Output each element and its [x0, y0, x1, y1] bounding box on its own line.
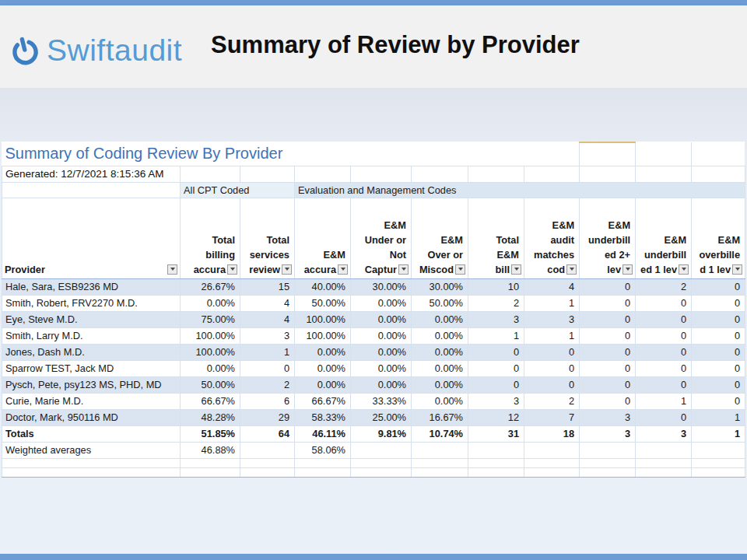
column-header-em-over-or-miscoded: E&MOver orMiscod [412, 198, 468, 278]
filter-dropdown-button[interactable] [622, 264, 633, 275]
column-label: Total [243, 233, 292, 247]
filter-dropdown-button[interactable] [732, 264, 742, 275]
table-cell: 3 [468, 393, 524, 409]
filter-dropdown-button[interactable] [338, 264, 348, 275]
filter-dropdown-button[interactable] [455, 264, 465, 275]
table-cell: 100.00% [181, 327, 240, 344]
column-label: lev [607, 262, 621, 277]
filter-dropdown-button[interactable] [566, 264, 577, 275]
table-cell: 100.00% [295, 327, 351, 344]
totals-cell: 1 [692, 425, 745, 442]
table-cell: 50.00% [295, 295, 351, 311]
filter-dropdown-button[interactable] [398, 264, 409, 275]
table-cell [692, 142, 745, 166]
table-cell: 0.00% [181, 295, 240, 311]
table-cell [240, 458, 295, 467]
table-cell: Jones, Dash M.D. [2, 344, 181, 360]
table-cell [240, 467, 295, 477]
filter-dropdown-button[interactable] [227, 264, 237, 275]
table-cell [351, 467, 412, 477]
table-cell [2, 458, 181, 467]
table-cell: 0.00% [351, 376, 412, 393]
table-cell: 0.00% [412, 327, 468, 344]
table-cell [295, 458, 351, 467]
table-cell: 10 [468, 278, 524, 295]
column-label: accura [304, 262, 336, 277]
table-cell [524, 166, 580, 182]
swiftaudit-logo: Swiftaudit [10, 33, 182, 68]
column-label: matches [527, 247, 577, 262]
table-cell: 0.00% [351, 327, 412, 344]
weighted-cell [692, 442, 745, 458]
table-cell: 6 [240, 393, 295, 409]
filter-dropdown-button[interactable] [167, 264, 177, 275]
table-cell [636, 458, 692, 467]
table-cell: Smith, Larry M.D. [2, 327, 181, 344]
column-header-provider: Provider [2, 198, 181, 278]
table-cell: 0 [580, 376, 636, 393]
table-cell [580, 142, 636, 166]
column-label: Over or [414, 247, 465, 262]
column-label: review [249, 262, 280, 277]
totals-cell: 31 [468, 425, 524, 442]
table-cell: 2 [524, 393, 580, 409]
table-row: Jones, Dash M.D.100.00%10.00%0.00%0.00%0… [2, 344, 745, 360]
column-header-total-em-billed: TotalE&Mbill [468, 198, 524, 278]
table-cell: 0.00% [351, 360, 412, 376]
generated-timestamp: Generated: 12/7/2021 8:15:36 AM [2, 166, 181, 182]
column-label: underbill [582, 233, 633, 247]
table-row: Sparrow TEST, Jack MD0.00%00.00%0.00%0.0… [2, 360, 745, 376]
table-cell: 29 [240, 409, 295, 425]
table-cell: 0 [692, 344, 745, 360]
table-cell: Sparrow TEST, Jack MD [2, 360, 181, 376]
table-cell: 12 [468, 409, 524, 425]
column-label: bill [496, 262, 510, 277]
table-cell: 1 [524, 295, 580, 311]
table-cell: Pysch, Pete, psy123 MS, PHD, MD [2, 376, 181, 393]
column-header-em-under-or-not-captured: E&MUnder orNotCaptur [351, 198, 412, 278]
table-cell: 0 [692, 360, 745, 376]
slide: Swiftaudit Summary of Review by Provider… [0, 0, 747, 560]
table-cell [351, 166, 412, 182]
report-title: Summary of Coding Review By Provider [2, 142, 580, 166]
weighted-cell [524, 442, 580, 458]
table-cell: 0 [636, 344, 692, 360]
column-label: E&M [414, 233, 465, 247]
table-row: Doctor, Mark, 950116 MD48.28%2958.33%25.… [2, 409, 745, 425]
table-cell [692, 458, 745, 467]
table-cell [412, 458, 468, 467]
table-cell: Doctor, Mark, 950116 MD [2, 409, 181, 425]
table-cell: 0 [468, 376, 524, 393]
column-label: ed 2+ [582, 247, 633, 262]
table-cell: Eye, Steve M.D. [2, 311, 181, 327]
filter-dropdown-button[interactable] [679, 264, 689, 275]
table-cell: 33.33% [351, 393, 412, 409]
filter-dropdown-button[interactable] [282, 264, 292, 275]
table-cell: 3 [240, 327, 295, 344]
table-cell: 0 [524, 376, 580, 393]
filter-dropdown-button[interactable] [511, 264, 521, 275]
weighted-cell [351, 442, 412, 458]
report-table: Summary of Coding Review By ProviderGene… [2, 142, 745, 478]
bottom-accent-bar [0, 554, 747, 560]
weighted-cell [240, 442, 295, 458]
column-label: E&M [297, 247, 348, 262]
column-header-em-underbilled-1-level: E&Munderbilled 1 lev [636, 198, 692, 278]
table-cell: 100.00% [295, 311, 351, 327]
table-cell: 75.00% [181, 311, 240, 327]
table-cell: 0 [692, 327, 745, 344]
table-cell: 0 [524, 344, 580, 360]
table-cell [295, 467, 351, 477]
table-cell: 1 [636, 393, 692, 409]
table-cell: 0 [580, 311, 636, 327]
table-cell: 16.67% [412, 409, 468, 425]
report-sheet: Summary of Coding Review By ProviderGene… [2, 142, 745, 478]
table-cell: 100.00% [181, 344, 240, 360]
table-cell: 0 [636, 295, 692, 311]
column-label: E&M [638, 233, 689, 247]
table-cell [181, 467, 240, 477]
table-row: Hale, Sara, ESB9236 MD26.67%1540.00%30.0… [2, 278, 745, 295]
table-cell: 3 [580, 409, 636, 425]
table-cell: 0 [524, 360, 580, 376]
table-cell [468, 458, 524, 467]
